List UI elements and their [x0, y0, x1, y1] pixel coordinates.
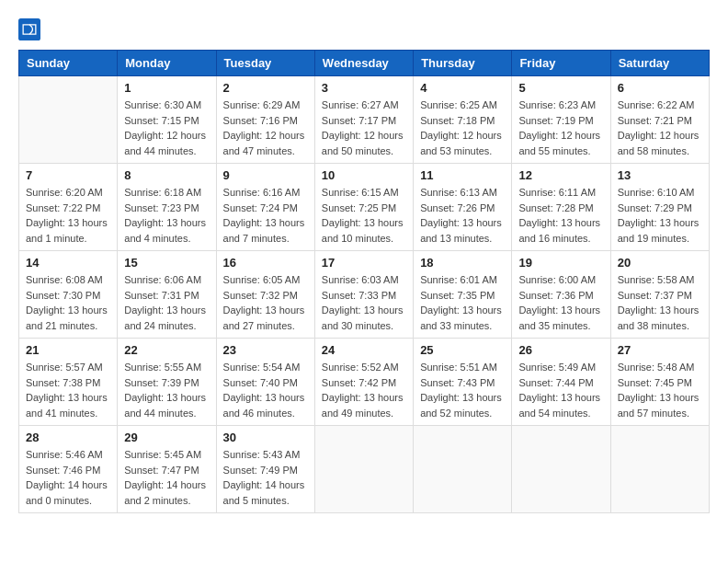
calendar-cell: 26 Sunrise: 5:49 AM Sunset: 7:44 PM Dayl… — [512, 339, 610, 426]
sunset: Sunset: 7:25 PM — [322, 202, 396, 213]
calendar-cell: 7 Sunrise: 6:20 AM Sunset: 7:22 PM Dayli… — [19, 164, 118, 251]
sunset: Sunset: 7:21 PM — [618, 115, 692, 126]
day-info: Sunrise: 6:16 AM Sunset: 7:24 PM Dayligh… — [223, 185, 308, 246]
sunrise: Sunrise: 6:18 AM — [124, 187, 201, 198]
calendar-cell — [512, 426, 610, 513]
day-info: Sunrise: 5:54 AM Sunset: 7:40 PM Dayligh… — [223, 360, 308, 420]
day-info: Sunrise: 5:45 AM Sunset: 7:47 PM Dayligh… — [124, 447, 209, 508]
daylight: Daylight: 13 hours and 41 minutes. — [26, 392, 108, 419]
daylight: Daylight: 13 hours and 7 minutes. — [223, 217, 305, 244]
calendar-cell: 11 Sunrise: 6:13 AM Sunset: 7:26 PM Dayl… — [414, 164, 512, 251]
logo-icon — [18, 18, 40, 40]
daylight: Daylight: 12 hours and 50 minutes. — [322, 130, 404, 156]
sunrise: Sunrise: 5:55 AM — [124, 362, 201, 373]
page-header — [18, 18, 710, 40]
daylight: Daylight: 13 hours and 24 minutes. — [124, 304, 206, 331]
calendar-header-thursday: Thursday — [414, 51, 512, 76]
calendar-cell: 16 Sunrise: 6:05 AM Sunset: 7:32 PM Dayl… — [216, 251, 314, 339]
calendar-cell — [314, 426, 413, 513]
day-number: 19 — [518, 256, 603, 270]
sunset: Sunset: 7:17 PM — [322, 115, 396, 126]
sunrise: Sunrise: 5:43 AM — [223, 449, 301, 460]
day-number: 6 — [618, 81, 702, 95]
calendar-cell: 30 Sunrise: 5:43 AM Sunset: 7:49 PM Dayl… — [216, 426, 314, 513]
day-info: Sunrise: 6:03 AM Sunset: 7:33 PM Dayligh… — [322, 272, 406, 333]
day-number: 25 — [420, 343, 505, 357]
sunset: Sunset: 7:28 PM — [518, 202, 593, 213]
sunset: Sunset: 7:18 PM — [420, 115, 495, 126]
daylight: Daylight: 14 hours and 5 minutes. — [223, 479, 305, 506]
calendar-cell: 29 Sunrise: 5:45 AM Sunset: 7:47 PM Dayl… — [118, 426, 216, 513]
sunrise: Sunrise: 6:05 AM — [223, 274, 301, 285]
calendar-week-row: 7 Sunrise: 6:20 AM Sunset: 7:22 PM Dayli… — [19, 164, 710, 251]
calendar-cell: 25 Sunrise: 5:51 AM Sunset: 7:43 PM Dayl… — [414, 339, 512, 426]
daylight: Daylight: 13 hours and 1 minute. — [26, 217, 108, 244]
day-info: Sunrise: 6:22 AM Sunset: 7:21 PM Dayligh… — [618, 98, 702, 158]
daylight: Daylight: 13 hours and 4 minutes. — [124, 217, 206, 244]
day-number: 8 — [124, 168, 209, 182]
calendar-cell: 5 Sunrise: 6:23 AM Sunset: 7:19 PM Dayli… — [512, 76, 610, 164]
calendar-header-monday: Monday — [118, 51, 216, 76]
sunrise: Sunrise: 5:54 AM — [223, 362, 301, 373]
day-number: 15 — [124, 256, 209, 270]
day-info: Sunrise: 6:18 AM Sunset: 7:23 PM Dayligh… — [124, 185, 209, 246]
daylight: Daylight: 12 hours and 53 minutes. — [420, 130, 502, 156]
daylight: Daylight: 13 hours and 27 minutes. — [223, 304, 305, 331]
sunset: Sunset: 7:47 PM — [124, 465, 199, 476]
calendar-week-row: 1 Sunrise: 6:30 AM Sunset: 7:15 PM Dayli… — [19, 76, 710, 164]
day-info: Sunrise: 5:49 AM Sunset: 7:44 PM Dayligh… — [518, 360, 603, 420]
sunrise: Sunrise: 6:00 AM — [518, 274, 596, 285]
sunrise: Sunrise: 6:06 AM — [124, 274, 201, 285]
sunset: Sunset: 7:24 PM — [223, 202, 298, 213]
daylight: Daylight: 13 hours and 33 minutes. — [420, 304, 502, 331]
calendar-week-row: 21 Sunrise: 5:57 AM Sunset: 7:38 PM Dayl… — [19, 339, 710, 426]
sunrise: Sunrise: 6:23 AM — [518, 99, 596, 110]
day-number: 27 — [618, 343, 702, 357]
sunset: Sunset: 7:37 PM — [618, 290, 692, 301]
sunset: Sunset: 7:23 PM — [124, 202, 199, 213]
calendar-cell: 8 Sunrise: 6:18 AM Sunset: 7:23 PM Dayli… — [118, 164, 216, 251]
day-info: Sunrise: 6:13 AM Sunset: 7:26 PM Dayligh… — [420, 185, 505, 246]
sunrise: Sunrise: 6:03 AM — [322, 274, 399, 285]
calendar-cell: 18 Sunrise: 6:01 AM Sunset: 7:35 PM Dayl… — [414, 251, 512, 339]
day-info: Sunrise: 6:01 AM Sunset: 7:35 PM Dayligh… — [420, 272, 505, 333]
calendar-cell: 4 Sunrise: 6:25 AM Sunset: 7:18 PM Dayli… — [414, 76, 512, 164]
sunrise: Sunrise: 5:46 AM — [26, 449, 103, 460]
day-info: Sunrise: 5:52 AM Sunset: 7:42 PM Dayligh… — [322, 360, 406, 420]
calendar-cell: 14 Sunrise: 6:08 AM Sunset: 7:30 PM Dayl… — [19, 251, 118, 339]
day-info: Sunrise: 6:23 AM Sunset: 7:19 PM Dayligh… — [518, 98, 603, 158]
daylight: Daylight: 13 hours and 44 minutes. — [124, 392, 206, 419]
daylight: Daylight: 14 hours and 0 minutes. — [26, 479, 108, 506]
logo — [18, 18, 46, 40]
daylight: Daylight: 14 hours and 2 minutes. — [124, 479, 206, 506]
sunset: Sunset: 7:15 PM — [124, 115, 199, 126]
sunset: Sunset: 7:16 PM — [223, 115, 298, 126]
day-info: Sunrise: 6:11 AM Sunset: 7:28 PM Dayligh… — [518, 185, 603, 246]
sunrise: Sunrise: 5:48 AM — [618, 362, 695, 373]
sunset: Sunset: 7:36 PM — [518, 290, 593, 301]
sunset: Sunset: 7:49 PM — [223, 465, 298, 476]
day-number: 5 — [518, 81, 603, 95]
calendar-cell: 13 Sunrise: 6:10 AM Sunset: 7:29 PM Dayl… — [610, 164, 709, 251]
daylight: Daylight: 12 hours and 55 minutes. — [518, 130, 600, 156]
day-info: Sunrise: 6:25 AM Sunset: 7:18 PM Dayligh… — [420, 98, 505, 158]
sunset: Sunset: 7:38 PM — [26, 377, 100, 388]
calendar-cell: 2 Sunrise: 6:29 AM Sunset: 7:16 PM Dayli… — [216, 76, 314, 164]
daylight: Daylight: 13 hours and 16 minutes. — [518, 217, 600, 244]
daylight: Daylight: 13 hours and 57 minutes. — [618, 392, 700, 419]
sunset: Sunset: 7:40 PM — [223, 377, 298, 388]
day-info: Sunrise: 6:29 AM Sunset: 7:16 PM Dayligh… — [223, 98, 308, 158]
calendar-cell: 6 Sunrise: 6:22 AM Sunset: 7:21 PM Dayli… — [610, 76, 709, 164]
day-number: 13 — [618, 168, 702, 182]
day-number: 17 — [322, 256, 406, 270]
daylight: Daylight: 12 hours and 58 minutes. — [618, 130, 700, 156]
sunrise: Sunrise: 6:15 AM — [322, 187, 399, 198]
day-number: 12 — [518, 168, 603, 182]
daylight: Daylight: 13 hours and 49 minutes. — [322, 392, 404, 419]
day-info: Sunrise: 6:15 AM Sunset: 7:25 PM Dayligh… — [322, 185, 406, 246]
calendar-cell: 9 Sunrise: 6:16 AM Sunset: 7:24 PM Dayli… — [216, 164, 314, 251]
sunrise: Sunrise: 6:08 AM — [26, 274, 103, 285]
day-info: Sunrise: 5:48 AM Sunset: 7:45 PM Dayligh… — [618, 360, 702, 420]
day-number: 4 — [420, 81, 505, 95]
daylight: Daylight: 13 hours and 19 minutes. — [618, 217, 700, 244]
